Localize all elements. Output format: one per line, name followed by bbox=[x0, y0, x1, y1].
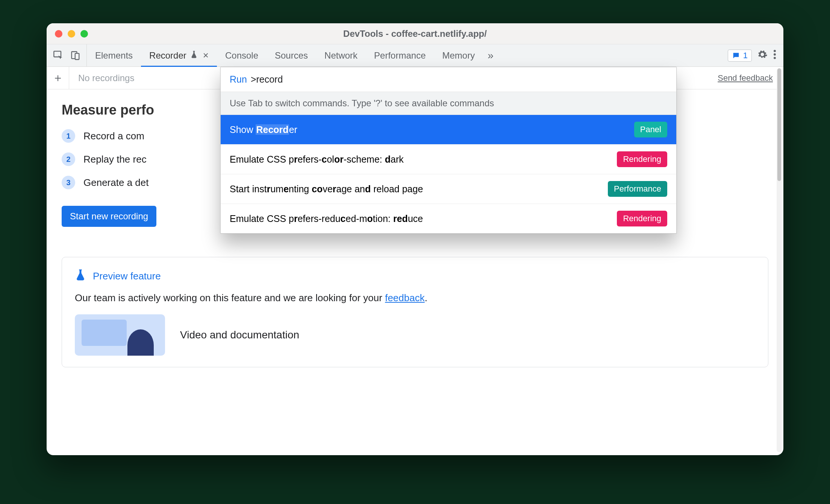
command-query-text: >record bbox=[251, 74, 283, 85]
svg-rect-2 bbox=[75, 53, 79, 59]
no-recordings-label: No recordings bbox=[69, 73, 134, 83]
tab-sources[interactable]: Sources bbox=[267, 44, 316, 66]
command-item-label: Emulate CSS prefers-reduced-motion: redu… bbox=[230, 213, 423, 224]
inspect-element-icon[interactable] bbox=[52, 49, 65, 62]
command-item-label: Show Recorder bbox=[230, 124, 297, 135]
preview-feature-body: Our team is actively working on this fea… bbox=[75, 292, 755, 304]
command-menu-item[interactable]: Start instrumenting coverage and reload … bbox=[221, 174, 676, 204]
tab-console[interactable]: Console bbox=[217, 44, 267, 66]
command-item-tag: Panel bbox=[634, 122, 667, 137]
tab-label: Performance bbox=[374, 50, 426, 61]
step-number-badge: 1 bbox=[62, 129, 75, 143]
tab-elements[interactable]: Elements bbox=[87, 44, 141, 66]
command-menu-input-row[interactable]: Run >record bbox=[221, 67, 676, 92]
video-thumbnail[interactable] bbox=[75, 314, 165, 356]
flask-icon bbox=[190, 50, 198, 61]
command-item-tag: Performance bbox=[608, 181, 667, 197]
minimize-window-button[interactable] bbox=[68, 30, 75, 38]
command-run-prefix: Run bbox=[230, 74, 247, 85]
panel-tabs: ElementsRecorder×ConsoleSourcesNetworkPe… bbox=[87, 44, 483, 66]
new-recording-plus-button[interactable]: ＋ bbox=[47, 67, 69, 89]
window-title: DevTools - coffee-cart.netlify.app/ bbox=[47, 29, 783, 39]
close-tab-icon[interactable]: × bbox=[203, 50, 209, 61]
start-new-recording-button[interactable]: Start new recording bbox=[62, 206, 156, 227]
device-toolbar-icon[interactable] bbox=[69, 49, 82, 62]
settings-gear-icon[interactable] bbox=[757, 49, 768, 62]
step-text: Replay the rec bbox=[83, 154, 147, 165]
tab-label: Network bbox=[324, 50, 357, 61]
tab-label: Recorder bbox=[149, 50, 186, 61]
command-menu-hint: Use Tab to switch commands. Type '?' to … bbox=[221, 92, 676, 115]
preview-feature-title: Preview feature bbox=[93, 270, 161, 282]
command-menu-item[interactable]: Emulate CSS prefers-color-scheme: darkRe… bbox=[221, 145, 676, 174]
scrollbar-track[interactable] bbox=[777, 68, 782, 452]
send-feedback-link[interactable]: Send feedback bbox=[718, 73, 783, 83]
preview-feature-card: Preview feature Our team is actively wor… bbox=[62, 257, 768, 367]
issues-count: 1 bbox=[743, 51, 748, 60]
command-item-tag: Rendering bbox=[617, 211, 667, 226]
tab-network[interactable]: Network bbox=[316, 44, 366, 66]
tab-performance[interactable]: Performance bbox=[366, 44, 434, 66]
preview-feedback-link[interactable]: feedback bbox=[385, 292, 425, 303]
command-menu: Run >record Use Tab to switch commands. … bbox=[220, 67, 677, 234]
svg-point-3 bbox=[774, 50, 776, 52]
tab-memory[interactable]: Memory bbox=[434, 44, 483, 66]
command-item-label: Start instrumenting coverage and reload … bbox=[230, 184, 423, 195]
flask-icon bbox=[75, 269, 86, 284]
step-number-badge: 3 bbox=[62, 176, 75, 189]
close-window-button[interactable] bbox=[55, 30, 62, 38]
svg-point-4 bbox=[774, 53, 776, 56]
more-tabs-button[interactable]: » bbox=[483, 44, 498, 66]
scrollbar-thumb[interactable] bbox=[777, 68, 781, 181]
svg-rect-0 bbox=[54, 51, 61, 57]
step-number-badge: 2 bbox=[62, 152, 75, 166]
command-menu-item[interactable]: Show RecorderPanel bbox=[221, 115, 676, 145]
tab-recorder[interactable]: Recorder× bbox=[141, 44, 217, 66]
command-menu-item[interactable]: Emulate CSS prefers-reduced-motion: redu… bbox=[221, 204, 676, 233]
window-traffic-lights bbox=[55, 30, 88, 38]
titlebar: DevTools - coffee-cart.netlify.app/ bbox=[47, 23, 783, 44]
zoom-window-button[interactable] bbox=[80, 30, 88, 38]
media-title: Video and documentation bbox=[180, 329, 299, 341]
step-text: Generate a det bbox=[83, 177, 148, 189]
tab-label: Sources bbox=[275, 50, 308, 61]
svg-point-5 bbox=[774, 57, 776, 59]
step-text: Record a com bbox=[83, 130, 144, 142]
devtools-toolbar: ElementsRecorder×ConsoleSourcesNetworkPe… bbox=[47, 44, 783, 67]
command-item-tag: Rendering bbox=[617, 151, 667, 167]
command-item-label: Emulate CSS prefers-color-scheme: dark bbox=[230, 154, 404, 165]
tab-label: Console bbox=[225, 50, 258, 61]
tab-label: Memory bbox=[442, 50, 475, 61]
kebab-menu-icon[interactable] bbox=[773, 49, 777, 62]
issues-chip[interactable]: 1 bbox=[728, 50, 752, 62]
tab-label: Elements bbox=[95, 50, 133, 61]
devtools-window: DevTools - coffee-cart.netlify.app/ Elem… bbox=[47, 23, 783, 455]
